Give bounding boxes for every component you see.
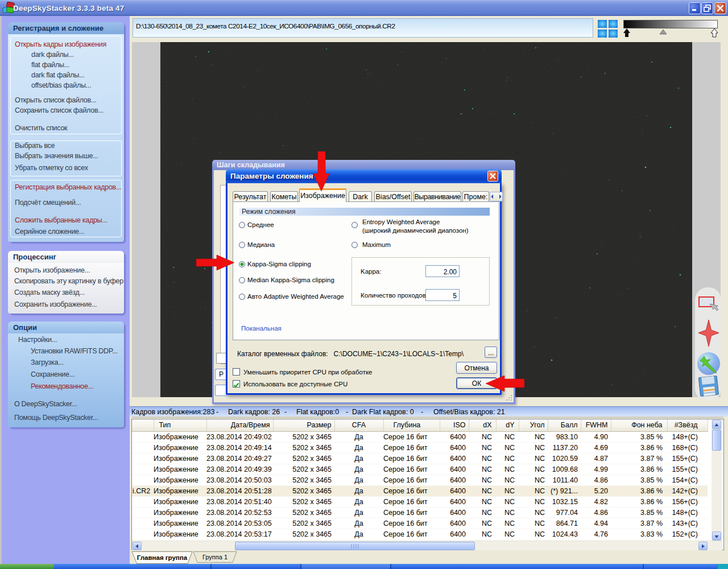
svg-text:Главная группа: Главная группа bbox=[137, 554, 188, 561]
svg-text:Группа 1: Группа 1 bbox=[202, 554, 228, 560]
